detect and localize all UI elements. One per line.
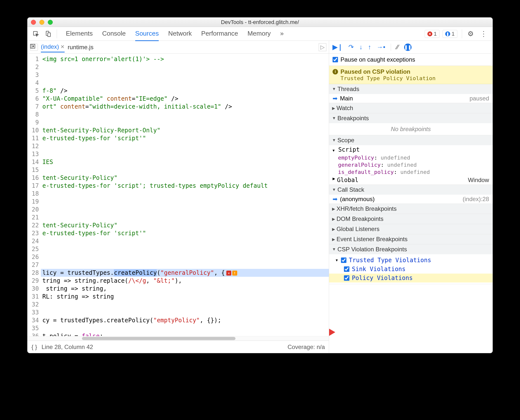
section-event-listener[interactable]: ▶Event Listener Breakpoints	[329, 234, 493, 244]
thread-main[interactable]: ➡Mainpaused	[329, 94, 493, 103]
caret-right-icon: ▶	[332, 106, 335, 111]
step-into-icon[interactable]: ↓	[359, 43, 363, 51]
pause-exceptions-icon[interactable]: ❚❚	[404, 44, 412, 51]
current-frame-icon: ➡	[333, 196, 338, 203]
run-snippet-icon[interactable]: ▷	[319, 43, 326, 51]
line-gutter: 1234567891011121314151617181920212223242…	[27, 54, 41, 336]
panel-tabs: Elements Console Sources Network Perform…	[66, 27, 284, 41]
main-toolbar: Elements Console Sources Network Perform…	[27, 27, 493, 41]
current-thread-icon: ➡	[333, 95, 338, 102]
editor-tabs: (index) ✕ runtime.js ▷	[27, 41, 329, 54]
csp-policy-checkbox[interactable]	[344, 275, 349, 281]
caret-down-icon[interactable]: ▼	[333, 148, 335, 152]
caret-right-icon: ▶	[332, 217, 335, 221]
scope-variable[interactable]: is_default_policy: undefined	[329, 168, 493, 176]
section-breakpoints[interactable]: ▼Breakpoints	[329, 113, 493, 123]
paused-detail: Trusted Type Policy Violation	[333, 75, 489, 81]
csp-sink-checkbox[interactable]	[344, 266, 349, 272]
section-xhr[interactable]: ▶XHR/fetch Breakpoints	[329, 204, 493, 214]
error-count-badge[interactable]: ✕ 1	[425, 30, 440, 38]
window-title: DevTools - tt-enforced.glitch.me/	[27, 19, 493, 25]
cursor-position: Line 28, Column 42	[42, 344, 93, 350]
csp-policy-violations[interactable]: Policy Violations	[329, 274, 493, 282]
section-threads[interactable]: ▼Threads	[329, 84, 493, 94]
caret-right-icon: ▶	[332, 237, 335, 242]
file-tab-label: (index)	[41, 43, 59, 50]
section-watch[interactable]: ▶Watch	[329, 103, 493, 113]
tab-more[interactable]: »	[280, 27, 284, 41]
step-over-icon[interactable]: ↷	[348, 43, 354, 51]
no-breakpoints-text: No breakpoints	[329, 123, 493, 135]
section-dom[interactable]: ▶DOM Breakpoints	[329, 214, 493, 224]
deactivate-breakpoints-icon[interactable]: ⁄⁄	[396, 43, 399, 51]
section-csp-violations[interactable]: ▼CSP Violation Breakpoints	[329, 244, 493, 254]
debugger-sidebar: ▶❘ ↷ ↓ ↑ →• ⁄⁄ ❚❚ Pause on caught except…	[329, 41, 493, 353]
csp-tree: ▼Trusted Type Violations Sink Violations…	[329, 254, 493, 284]
device-toggle-icon[interactable]	[43, 28, 54, 39]
resume-icon[interactable]: ▶❘	[333, 43, 343, 51]
scope-variable[interactable]: emptyPolicy: undefined	[329, 154, 493, 161]
issue-count-badge[interactable]: ❚ 1	[442, 30, 457, 38]
h-scrollbar[interactable]	[27, 336, 329, 341]
file-tab-label: runtime.js	[68, 44, 93, 51]
caret-down-icon: ▼	[335, 258, 338, 262]
code-editor[interactable]: 1234567891011121314151617181920212223242…	[27, 54, 329, 336]
scrollbar-thumb[interactable]	[82, 337, 235, 340]
step-out-icon[interactable]: ↑	[368, 43, 371, 51]
devtools-window: DevTools - tt-enforced.glitch.me/ Elemen…	[27, 17, 493, 353]
scope-variable[interactable]: generalPolicy: undefined	[329, 161, 493, 168]
tab-performance[interactable]: Performance	[201, 27, 238, 41]
section-global-listeners[interactable]: ▶Global Listeners	[329, 224, 493, 234]
tab-network[interactable]: Network	[168, 27, 192, 41]
section-callstack[interactable]: ▼Call Stack	[329, 185, 493, 195]
svg-marker-5	[33, 46, 34, 47]
caret-down-icon: ▼	[332, 187, 336, 192]
tab-elements[interactable]: Elements	[66, 27, 93, 41]
navigator-toggle-icon[interactable]	[30, 44, 38, 51]
caret-down-icon: ▼	[332, 138, 336, 142]
format-icon[interactable]: { }	[31, 344, 37, 350]
settings-icon[interactable]: ⚙	[465, 30, 476, 38]
file-tab-index[interactable]: (index) ✕	[41, 42, 65, 52]
status-bar: { } Line 28, Column 42 Coverage: n/a	[27, 341, 329, 353]
more-menu-icon[interactable]: ⋮	[478, 30, 490, 38]
main-area: (index) ✕ runtime.js ▷ 12345678910111213…	[27, 41, 493, 353]
coverage-status: Coverage: n/a	[287, 344, 325, 350]
paused-info: iPaused on CSP violation Trusted Type Po…	[329, 66, 493, 84]
tab-sources[interactable]: Sources	[135, 27, 159, 41]
caret-down-icon: ▼	[332, 87, 336, 91]
caret-down-icon: ▼	[332, 247, 336, 252]
caret-right-icon: ▶	[332, 207, 335, 211]
issue-icon: ❚	[445, 31, 450, 36]
csp-sink-violations[interactable]: Sink Violations	[329, 265, 493, 274]
error-count: 1	[434, 31, 437, 37]
close-tab-icon[interactable]: ✕	[60, 44, 65, 50]
titlebar: DevTools - tt-enforced.glitch.me/	[27, 18, 493, 27]
step-icon[interactable]: →•	[377, 43, 385, 51]
caret-down-icon: ▼	[332, 116, 336, 120]
file-tab-runtime[interactable]: runtime.js	[68, 42, 93, 52]
csp-trusted-type-checkbox[interactable]	[341, 257, 346, 263]
pause-caught-row: Pause on caught exceptions	[329, 54, 493, 66]
callstack-frame[interactable]: ➡(anonymous)(index):28	[329, 195, 493, 204]
pause-caught-label: Pause on caught exceptions	[340, 56, 415, 63]
error-icon: ✕	[427, 31, 432, 36]
caret-right-icon: ▶	[332, 227, 335, 232]
tab-memory[interactable]: Memory	[247, 27, 271, 41]
csp-trusted-type[interactable]: ▼Trusted Type Violations	[329, 256, 493, 265]
caret-right-icon: ▶	[333, 177, 335, 184]
divider	[57, 29, 57, 38]
code-content[interactable]: <img src=1 onerror='alert(1)'> --> f-8" …	[41, 54, 329, 336]
annotation-arrow-icon	[329, 326, 335, 339]
issue-count: 1	[452, 31, 455, 37]
editor-pane: (index) ✕ runtime.js ▷ 12345678910111213…	[27, 41, 329, 353]
inspect-icon[interactable]	[30, 28, 41, 39]
divider	[462, 29, 462, 38]
svg-rect-2	[48, 33, 51, 36]
tab-console[interactable]: Console	[102, 27, 126, 41]
pause-caught-checkbox[interactable]	[333, 57, 338, 62]
scope-global[interactable]: ▶ GlobalWindow	[329, 176, 493, 185]
debugger-toolbar: ▶❘ ↷ ↓ ↑ →• ⁄⁄ ❚❚	[329, 41, 493, 54]
section-scope[interactable]: ▼Scope	[329, 135, 493, 145]
paused-title: Paused on CSP violation	[340, 68, 410, 75]
